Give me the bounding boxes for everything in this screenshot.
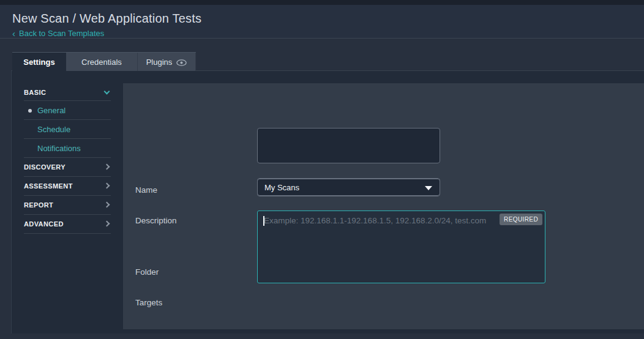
sidebar-section-advanced-label: ADVANCED: [24, 220, 64, 228]
eye-icon: [176, 59, 187, 65]
page-header: New Scan / Web Application Tests ‹ Back …: [0, 5, 644, 39]
folder-dropdown[interactable]: My Scans: [257, 179, 440, 196]
settings-panel: BASIC General Schedule Notifications DIS…: [11, 70, 644, 333]
back-to-scan-templates-link[interactable]: ‹ Back to Scan Templates: [12, 29, 104, 38]
description-field-label: Description: [135, 216, 177, 225]
tab-credentials-label: Credentials: [81, 58, 122, 67]
sidebar-section-report[interactable]: REPORT: [24, 196, 111, 215]
tab-plugins-label: Plugins: [146, 58, 173, 67]
sidebar-item-general[interactable]: General: [24, 101, 111, 120]
folder-field-label: Folder: [135, 267, 159, 277]
tab-bar: Settings Credentials Plugins: [12, 52, 196, 71]
description-textarea[interactable]: [257, 128, 440, 163]
folder-dropdown-value: My Scans: [264, 183, 299, 192]
sidebar-item-notifications-label: Notifications: [24, 144, 81, 153]
back-link-label: Back to Scan Templates: [19, 29, 104, 38]
required-badge: REQUIRED: [500, 214, 542, 225]
targets-field-label: Targets: [135, 298, 162, 307]
tab-settings[interactable]: Settings: [12, 53, 66, 72]
sidebar-item-schedule[interactable]: Schedule: [24, 120, 111, 139]
chevron-right-icon: [104, 164, 110, 170]
sidebar-section-assessment[interactable]: ASSESSMENT: [24, 177, 111, 196]
sidebar-section-discovery[interactable]: DISCOVERY: [24, 158, 111, 177]
chevron-left-icon: ‹: [12, 29, 15, 37]
tab-credentials[interactable]: Credentials: [66, 53, 138, 71]
targets-field-wrap: REQUIRED: [257, 210, 545, 283]
sidebar-section-advanced[interactable]: ADVANCED: [24, 215, 111, 234]
scan-settings-form: Name Description Folder My Scans Targets…: [123, 83, 644, 329]
dropdown-arrow-icon: [425, 186, 432, 190]
chevron-right-icon: [104, 183, 110, 189]
chevron-right-icon: [104, 202, 110, 208]
sidebar-item-notifications[interactable]: Notifications: [24, 139, 111, 158]
sidebar-section-report-label: REPORT: [24, 201, 53, 209]
sidebar-section-basic-label: BASIC: [24, 89, 46, 96]
settings-sidebar: BASIC General Schedule Notifications DIS…: [24, 84, 111, 234]
active-item-bullet-icon: [28, 109, 32, 113]
sidebar-section-assessment-label: ASSESSMENT: [24, 182, 73, 190]
name-field-label: Name: [135, 185, 157, 195]
chevron-right-icon: [104, 221, 110, 227]
sidebar-item-schedule-label: Schedule: [24, 125, 70, 134]
page-title: New Scan / Web Application Tests: [12, 12, 644, 26]
chevron-down-icon: [104, 89, 110, 95]
sidebar-section-discovery-label: DISCOVERY: [24, 163, 66, 171]
tab-plugins[interactable]: Plugins: [138, 53, 196, 71]
top-window-strip: [0, 0, 644, 5]
text-cursor: [263, 216, 264, 226]
sidebar-section-basic[interactable]: BASIC: [24, 84, 111, 101]
tab-settings-label: Settings: [23, 58, 54, 67]
